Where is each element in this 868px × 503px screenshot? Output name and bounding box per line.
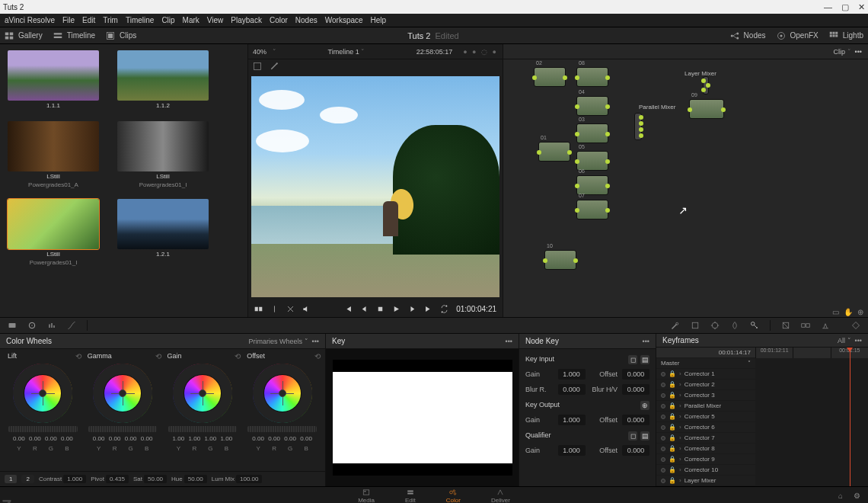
menu-trim[interactable]: Trim bbox=[103, 16, 118, 24]
nk-value[interactable]: 0.000 bbox=[622, 369, 649, 380]
tracker-icon[interactable] bbox=[710, 321, 720, 330]
reset-icon[interactable]: ⟲ bbox=[155, 352, 161, 360]
loop-icon[interactable] bbox=[440, 305, 448, 313]
gamma-wheel[interactable] bbox=[93, 364, 152, 423]
color-node[interactable]: 01 bbox=[538, 142, 570, 162]
gain-wheel[interactable] bbox=[173, 364, 232, 423]
prev-frame-icon[interactable] bbox=[360, 305, 369, 313]
menu-avinci-resolve[interactable]: aVinci Resolve bbox=[5, 16, 55, 24]
wheels-mode-select[interactable]: Primaries Wheels ˅ ••• bbox=[249, 338, 319, 345]
gain-jog[interactable] bbox=[168, 426, 238, 432]
bypass-icon[interactable] bbox=[254, 305, 263, 313]
menu-clip[interactable]: Clip bbox=[161, 16, 174, 24]
node-mode-select[interactable]: Clip ˅ ••• bbox=[834, 48, 863, 56]
wheel-page-1[interactable]: 1 bbox=[5, 475, 17, 483]
nk-value[interactable]: 1.000 bbox=[558, 369, 586, 380]
param-pivot[interactable]: Pivot0.435 bbox=[91, 475, 129, 483]
keyframe-mode-icon[interactable] bbox=[851, 321, 860, 330]
unmix-icon[interactable] bbox=[286, 305, 295, 313]
primaries-wheels-icon[interactable] bbox=[27, 321, 37, 330]
camera-raw-icon[interactable] bbox=[8, 321, 17, 330]
nk-value[interactable]: 0.000 bbox=[622, 445, 649, 456]
next-frame-icon[interactable] bbox=[408, 305, 416, 313]
menu-workspace[interactable]: Workspace bbox=[325, 16, 363, 24]
param-sat[interactable]: Sat50.00 bbox=[133, 475, 167, 483]
clips-toggle[interactable]: Clips bbox=[106, 31, 136, 40]
kf-track-row[interactable]: 🔒›Layer Mixer bbox=[656, 476, 755, 486]
mute-icon[interactable] bbox=[302, 305, 311, 313]
reset-icon[interactable]: ⟲ bbox=[75, 352, 81, 360]
close-button[interactable]: ✕ bbox=[858, 2, 865, 12]
viewer-timeline-label[interactable]: Timeline 1 ˅ bbox=[282, 48, 410, 56]
keyframes-filter[interactable]: All bbox=[838, 337, 845, 344]
first-frame-icon[interactable] bbox=[344, 305, 353, 313]
lightbox-toggle[interactable]: Lightb bbox=[829, 31, 863, 40]
offset-wheel[interactable] bbox=[253, 364, 312, 423]
wheel-page-2[interactable]: 2 bbox=[21, 475, 34, 483]
lift-wheel[interactable] bbox=[13, 364, 72, 423]
mask-icon[interactable]: ▤ bbox=[640, 431, 649, 441]
window-icon[interactable] bbox=[691, 321, 700, 330]
qualifier-icon[interactable] bbox=[671, 321, 680, 330]
invert-icon[interactable]: ◻ bbox=[628, 355, 637, 364]
layer-mixer-node[interactable] bbox=[703, 76, 709, 95]
menu-mark[interactable]: Mark bbox=[183, 16, 199, 24]
kf-track-row[interactable]: 🔒›Parallel Mixer bbox=[656, 401, 755, 412]
menu-nodes[interactable]: Nodes bbox=[295, 16, 318, 24]
node-zoom-icon[interactable]: ⊕ bbox=[857, 308, 863, 316]
viewer-mode-dots[interactable]: ● ● ◌ ● bbox=[463, 48, 498, 56]
last-frame-icon[interactable] bbox=[424, 305, 432, 313]
data-burn-icon[interactable] bbox=[821, 321, 830, 330]
page-media[interactable]: Media bbox=[358, 489, 375, 504]
kf-track-row[interactable]: 🔒›Corrector 8 bbox=[656, 444, 755, 454]
lift-jog[interactable] bbox=[8, 426, 78, 432]
color-node[interactable]: 10 bbox=[544, 250, 576, 270]
gallery-still[interactable]: LStillPowergrades01_I bbox=[8, 199, 99, 266]
nk-value[interactable]: 0.000 bbox=[558, 384, 586, 395]
kf-track-row[interactable]: 🔒›Corrector 7 bbox=[656, 433, 755, 444]
link-icon[interactable]: ⊕ bbox=[640, 401, 649, 410]
curves-icon[interactable] bbox=[67, 321, 76, 330]
keyframe-playhead[interactable] bbox=[850, 348, 850, 486]
kf-track-row[interactable]: 🔒›Corrector 3 bbox=[656, 390, 755, 401]
blur-icon[interactable] bbox=[730, 321, 739, 330]
openfx-toggle[interactable]: OpenFX bbox=[777, 31, 819, 40]
reset-icon[interactable]: ⟲ bbox=[235, 352, 241, 360]
kf-track-row[interactable]: 🔒›Corrector 10 bbox=[656, 465, 755, 476]
menu-help[interactable]: Help bbox=[371, 16, 387, 24]
color-node[interactable]: 09 bbox=[689, 99, 724, 119]
menu-timeline[interactable]: Timeline bbox=[126, 16, 154, 24]
settings-gear-icon[interactable]: ⚙ bbox=[854, 492, 860, 500]
page-edit[interactable]: Edit bbox=[405, 489, 416, 504]
color-node[interactable]: 02 bbox=[534, 67, 566, 87]
primaries-bars-icon[interactable] bbox=[47, 321, 56, 330]
node-canvas[interactable]: Layer Mixer Parallel Mixer 0208040901030… bbox=[503, 59, 868, 306]
menu-view[interactable]: View bbox=[207, 16, 224, 24]
stereo-icon[interactable] bbox=[801, 321, 810, 330]
wand-icon[interactable] bbox=[270, 62, 279, 71]
param-hue[interactable]: Hue50.00 bbox=[171, 475, 207, 483]
color-node[interactable]: 03 bbox=[576, 123, 608, 143]
nk-value[interactable]: 1.000 bbox=[558, 445, 586, 456]
split-icon[interactable] bbox=[270, 305, 279, 313]
maximize-button[interactable]: ▢ bbox=[841, 2, 849, 12]
gallery-still[interactable]: LStillPowergrades01_I bbox=[117, 121, 209, 188]
kf-track-row[interactable]: 🔒›Corrector 5 bbox=[656, 412, 755, 422]
keyframe-timeline[interactable]: 00:01:12:1100:01:15 bbox=[755, 348, 868, 486]
param-contrast[interactable]: Contrast1.000 bbox=[39, 475, 86, 483]
nk-value[interactable]: 0.000 bbox=[622, 384, 649, 395]
viewer-zoom[interactable]: 40% bbox=[253, 48, 266, 56]
page-deliver[interactable]: Deliver bbox=[491, 489, 510, 504]
page-color[interactable]: Color bbox=[446, 489, 461, 504]
kf-track-row[interactable]: 🔒›Corrector 6 bbox=[656, 422, 755, 433]
gallery-toggle[interactable]: Gallery bbox=[5, 31, 43, 40]
nodes-toggle[interactable]: Nodes bbox=[730, 31, 766, 40]
nk-value[interactable]: 0.000 bbox=[622, 415, 649, 425]
parallel-mixer-node[interactable] bbox=[634, 113, 642, 140]
home-icon[interactable]: ⌂ bbox=[838, 492, 843, 500]
gamma-jog[interactable] bbox=[88, 426, 158, 432]
kf-track-row[interactable]: 🔒›Corrector 1 bbox=[656, 369, 755, 380]
nk-value[interactable]: 1.000 bbox=[558, 415, 586, 425]
gallery-still[interactable]: 1.2.1 bbox=[117, 199, 209, 266]
gallery-still[interactable]: 1.1.1 bbox=[8, 50, 99, 111]
